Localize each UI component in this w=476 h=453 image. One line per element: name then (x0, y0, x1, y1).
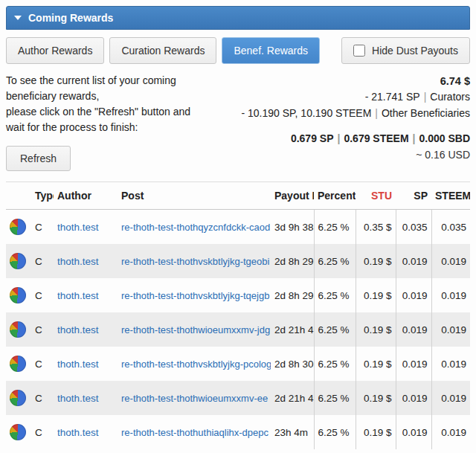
type-cell: C (31, 210, 54, 245)
pie-chart-icon (10, 287, 26, 303)
payout-in-cell: 3d 9h 38m (271, 210, 314, 245)
type-icon-cell (6, 415, 31, 449)
separator: | (420, 91, 431, 103)
payout-in-cell: 2d 21h 45m (271, 312, 314, 347)
post-link[interactable]: re-thoth-test-thothwioeumxxmv-ee (121, 393, 268, 404)
pie-chart-icon (10, 390, 26, 406)
sp-cell: 0.019 (396, 244, 431, 278)
pie-chart-icon (10, 219, 26, 235)
stu-cell: 0.19 $ (356, 312, 396, 347)
type-cell: C (31, 278, 54, 312)
author-link[interactable]: thoth.test (57, 393, 99, 404)
percent-cell: 6.25 % (314, 347, 356, 381)
header-author[interactable]: Author (54, 182, 118, 210)
table-row: C thoth.test re-thoth-test-thothvskbtlyj… (6, 347, 470, 381)
curators-amount: - 21.741 SP (365, 91, 420, 103)
table-row: C thoth.test re-thoth-test-thothwioeumxx… (6, 312, 470, 347)
post-link[interactable]: re-thoth-test-thothuthiaqlihx-dpepc (121, 427, 268, 438)
stu-cell: 0.35 $ (356, 210, 396, 245)
author-link[interactable]: thoth.test (57, 324, 99, 335)
sp-cell: 0.019 (396, 347, 431, 381)
post-link[interactable]: re-thoth-test-thothvskbtlyjkg-tqejgb (121, 290, 269, 301)
percent-cell: 6.25 % (314, 381, 356, 415)
tab-author-rewards[interactable]: Author Rewards (6, 37, 104, 64)
author-link[interactable]: thoth.test (57, 427, 99, 438)
payout-in-cell: 23h 4m (271, 415, 314, 449)
summary-total-usd: 6.74 $ (241, 73, 470, 89)
author-cell: thoth.test (54, 278, 118, 312)
steem-cell: 0.035 (431, 210, 470, 245)
percent-cell: 6.25 % (314, 210, 356, 245)
type-icon-cell (6, 312, 31, 347)
table-header-row: Type Author Post Payout In Percent STU S… (6, 182, 470, 210)
percent-cell: 6.25 % (314, 415, 356, 449)
percent-cell: 6.25 % (314, 312, 356, 347)
author-cell: thoth.test (54, 244, 118, 278)
steem-cell: 0.019 (431, 278, 470, 312)
header-type[interactable]: Type (31, 182, 54, 210)
sp-cell: 0.019 (396, 312, 431, 347)
author-link[interactable]: thoth.test (57, 359, 99, 370)
panel-header[interactable]: Coming Rewards (6, 6, 470, 30)
type-cell: C (31, 244, 54, 278)
author-link[interactable]: thoth.test (57, 222, 99, 233)
sp-cell: 0.035 (396, 210, 431, 245)
author-link[interactable]: thoth.test (57, 290, 99, 301)
total-steem: 0.679 STEEM (344, 132, 408, 144)
table-row: C thoth.test re-thoth-test-thothvskbtlyj… (6, 278, 470, 312)
header-stu[interactable]: STU (356, 182, 396, 210)
author-cell: thoth.test (54, 210, 118, 245)
post-link[interactable]: re-thoth-test-thothvskbtlyjkg-tgeobi (121, 256, 269, 267)
sp-cell: 0.019 (396, 415, 431, 449)
post-cell: re-thoth-test-thothwioeumxxmv-ee (118, 381, 271, 415)
table-row: C thoth.test re-thoth-test-thothwioeumxx… (6, 381, 470, 415)
pie-chart-icon (10, 321, 26, 338)
post-cell: re-thoth-test-thothvskbtlyjkg-tgeobi (118, 244, 271, 278)
type-cell: C (31, 312, 54, 347)
instructions-line-1: To see the current list of your coming (6, 73, 233, 89)
payout-in-cell: 2d 8h 29m (271, 278, 314, 312)
rewards-table: Type Author Post Payout In Percent STU S… (6, 181, 470, 449)
refresh-button[interactable]: Refresh (6, 146, 71, 171)
hide-dust-toggle[interactable]: Hide Dust Payouts (341, 37, 470, 64)
summary-usd-estimate: ~ 0.16 USD (241, 147, 470, 164)
post-link[interactable]: re-thoth-test-thothqyzcnfdckk-caod (121, 222, 270, 233)
instructions-line-2: beneficiary rewards, (6, 89, 233, 104)
separator: | (409, 132, 419, 144)
stu-cell: 0.19 $ (356, 278, 396, 312)
steem-cell: 0.019 (431, 312, 470, 347)
header-steem[interactable]: STEEM (431, 182, 470, 210)
payout-in-cell: 2d 21h 45m (271, 381, 314, 415)
post-link[interactable]: re-thoth-test-thothvskbtlyjkg-pcolog (121, 359, 271, 370)
type-cell: C (31, 347, 54, 381)
author-link[interactable]: thoth.test (57, 256, 99, 267)
post-cell: re-thoth-test-thothvskbtlyjkg-pcolog (118, 347, 271, 381)
summary-curators-line: - 21.741 SP|Curators (241, 89, 470, 106)
stu-cell: 0.19 $ (356, 347, 396, 381)
steem-cell: 0.019 (431, 381, 470, 415)
author-cell: thoth.test (54, 415, 118, 449)
panel-title: Coming Rewards (28, 12, 113, 24)
author-cell: thoth.test (54, 312, 118, 347)
hide-dust-checkbox[interactable] (353, 45, 365, 57)
author-cell: thoth.test (54, 381, 118, 415)
percent-cell: 6.25 % (314, 278, 356, 312)
summary-others-line: - 10.190 SP, 10.190 STEEM|Other Benefici… (241, 106, 470, 122)
table-body: C thoth.test re-thoth-test-thothqyzcnfdc… (6, 210, 470, 450)
tab-benef-rewards[interactable]: Benef. Rewards (222, 37, 320, 64)
type-icon-cell (6, 347, 31, 381)
post-link[interactable]: re-thoth-test-thothwioeumxxmv-jdg (121, 324, 270, 335)
percent-cell: 6.25 % (314, 244, 356, 278)
sp-cell: 0.019 (396, 278, 431, 312)
post-cell: re-thoth-test-thothvskbtlyjkg-tqejgb (118, 278, 271, 312)
total-sp: 0.679 SP (291, 132, 334, 144)
instructions-text: To see the current list of your coming b… (6, 73, 233, 135)
pie-chart-icon (10, 424, 26, 440)
post-cell: re-thoth-test-thothuthiaqlihx-dpepc (118, 415, 271, 449)
tab-curation-rewards[interactable]: Curation Rewards (109, 37, 216, 64)
header-payout-in[interactable]: Payout In (271, 182, 314, 210)
header-sp[interactable]: SP (396, 182, 431, 210)
header-percent[interactable]: Percent (314, 182, 356, 210)
info-section: To see the current list of your coming b… (6, 73, 470, 171)
header-post[interactable]: Post (118, 182, 271, 210)
